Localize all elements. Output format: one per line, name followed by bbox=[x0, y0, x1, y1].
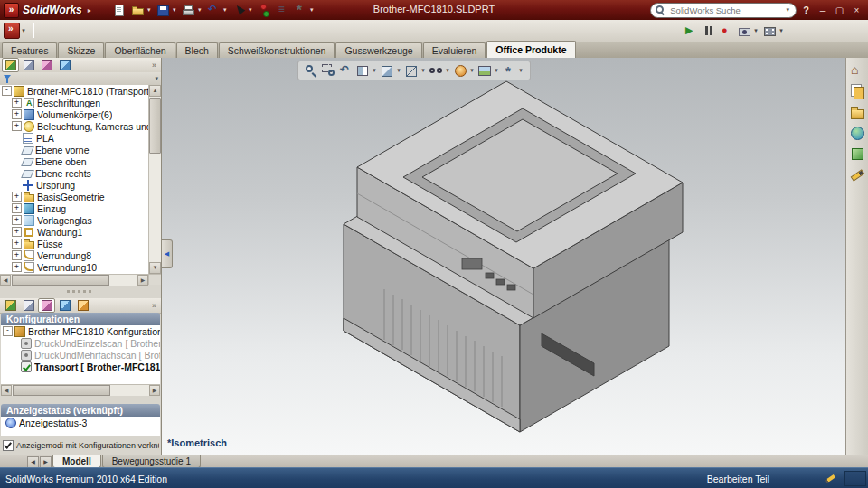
display-style-button[interactable] bbox=[403, 62, 428, 80]
tree-item-ebene-oben[interactable]: Ebene oben bbox=[0, 155, 148, 167]
task-pane-home-icon[interactable] bbox=[849, 62, 865, 79]
view-settings-dropdown-icon[interactable] bbox=[517, 67, 524, 74]
minimize-button[interactable]: – bbox=[816, 4, 829, 17]
solidworks-menu-dropdown-icon[interactable] bbox=[20, 27, 27, 34]
expand-box[interactable]: + bbox=[12, 203, 22, 213]
tree-item-ebene-rechts[interactable]: Ebene rechts bbox=[0, 167, 148, 179]
tab-gusswerkzeuge[interactable]: Gusswerkzeuge bbox=[335, 42, 421, 58]
rebuild-button[interactable] bbox=[256, 2, 273, 19]
previous-view-button[interactable] bbox=[337, 62, 354, 80]
cfg-propertymanager-tab[interactable] bbox=[20, 298, 37, 313]
new-document-button[interactable] bbox=[111, 2, 128, 19]
menu-expand-icon[interactable]: ▸ bbox=[88, 6, 91, 14]
appearances-icon[interactable] bbox=[849, 166, 865, 183]
display-style-dropdown-icon[interactable] bbox=[420, 67, 427, 74]
display-state-item[interactable]: Anzeigestatus-3 bbox=[1, 417, 160, 428]
cfg-featuremanager-tab[interactable] bbox=[2, 298, 19, 313]
zoom-fit-button[interactable] bbox=[303, 62, 320, 80]
options-button[interactable] bbox=[292, 2, 316, 19]
record-video-button[interactable] bbox=[761, 23, 786, 40]
link-display-states-row[interactable]: Anzeigemodi mit Konfigurationen verknü bbox=[0, 436, 161, 455]
view-orientation-button[interactable] bbox=[379, 62, 403, 80]
scrollbar-thumb[interactable] bbox=[13, 385, 110, 396]
screen-capture-dropdown-icon[interactable] bbox=[752, 27, 760, 34]
expand-box[interactable]: + bbox=[12, 262, 22, 272]
design-library-icon[interactable] bbox=[849, 83, 865, 99]
tab-skizze[interactable]: Skizze bbox=[58, 42, 104, 58]
scroll-left-button[interactable] bbox=[1, 385, 12, 396]
tree-filter-bar[interactable] bbox=[0, 72, 161, 86]
apply-scene-dropdown-icon[interactable] bbox=[493, 67, 500, 74]
tree-item-verrundung8[interactable]: +Verrundung8 bbox=[0, 249, 148, 261]
expand-box[interactable]: + bbox=[12, 250, 22, 260]
cfg-configurationmanager-tab[interactable] bbox=[38, 298, 55, 313]
tree-item-pla[interactable]: PLA bbox=[0, 132, 148, 144]
tree-item-füsse[interactable]: +Füsse bbox=[0, 238, 148, 249]
search-box[interactable] bbox=[650, 3, 797, 18]
tree-item-wandung1[interactable]: +Wandung1 bbox=[0, 226, 148, 238]
cfg-displaymanager-tab[interactable] bbox=[74, 298, 91, 313]
featuremanager-tab[interactable] bbox=[2, 58, 19, 72]
tab-blech[interactable]: Blech bbox=[176, 42, 218, 58]
config-item-druckundmehrfachscan-broth[interactable]: DruckUndMehrfachscan [ Broth bbox=[1, 349, 160, 361]
open-document-button[interactable] bbox=[129, 2, 154, 19]
expand-box[interactable]: + bbox=[12, 215, 22, 225]
expand-box[interactable]: + bbox=[12, 227, 22, 237]
help-button[interactable]: ? bbox=[803, 5, 809, 15]
tree-item-beschriftungen[interactable]: +Beschriftungen bbox=[0, 97, 148, 108]
configurationmanager-tab[interactable] bbox=[38, 58, 55, 72]
close-button[interactable]: × bbox=[850, 4, 863, 17]
tree-item-ebene-vorne[interactable]: Ebene vorne bbox=[0, 144, 148, 155]
expand-box[interactable]: + bbox=[12, 121, 22, 131]
file-properties-button[interactable] bbox=[274, 2, 291, 19]
config-item-druckundeinzelscan-brother-m[interactable]: DruckUndEinzelscan [ Brother-M bbox=[1, 337, 160, 349]
save-dropdown-icon[interactable] bbox=[171, 6, 178, 14]
pause-button[interactable] bbox=[700, 23, 717, 40]
undo-button[interactable] bbox=[205, 2, 230, 19]
section-view-button[interactable] bbox=[354, 62, 379, 80]
tree-item-basisgeometrie[interactable]: +BasisGeometrie bbox=[0, 191, 148, 202]
panel-collapse-button[interactable] bbox=[162, 239, 173, 268]
hide-show-items-button[interactable] bbox=[428, 62, 452, 80]
zoom-area-button[interactable] bbox=[320, 62, 337, 80]
tree-item-einzug[interactable]: +Einzug bbox=[0, 202, 148, 214]
tree-item-verrundung10[interactable]: +Verrundung10 bbox=[0, 261, 148, 273]
scroll-down-button[interactable] bbox=[149, 262, 161, 274]
tree-root[interactable]: -Brother-MFC1810 (Transport<Anze bbox=[0, 85, 148, 97]
record-button[interactable] bbox=[718, 23, 735, 40]
play-button[interactable] bbox=[682, 23, 699, 40]
select-dropdown-icon[interactable] bbox=[247, 6, 254, 14]
link-display-states-checkbox[interactable] bbox=[3, 440, 14, 451]
panel-splitter[interactable] bbox=[0, 285, 161, 298]
tab-evaluieren[interactable]: Evaluieren bbox=[423, 42, 486, 58]
view-settings-button[interactable] bbox=[501, 62, 525, 80]
search-dropdown-icon[interactable] bbox=[784, 6, 791, 14]
solidworks-menu-button[interactable] bbox=[3, 23, 28, 40]
cfg-dimxpertmanager-tab[interactable] bbox=[56, 298, 73, 313]
collapse-box[interactable]: - bbox=[3, 326, 13, 336]
tree-item-ursprung[interactable]: Ursprung bbox=[0, 179, 148, 191]
expand-box[interactable]: + bbox=[12, 192, 22, 202]
tab-schweißkonstruktionen[interactable]: Schweißkonstruktionen bbox=[219, 42, 335, 58]
file-explorer-icon[interactable] bbox=[849, 104, 865, 120]
print-dropdown-icon[interactable] bbox=[196, 6, 203, 14]
expand-box[interactable]: + bbox=[12, 239, 22, 249]
options-dropdown-icon[interactable] bbox=[308, 6, 316, 14]
section-view-dropdown-icon[interactable] bbox=[371, 67, 378, 74]
maximize-button[interactable]: ▢ bbox=[833, 4, 846, 17]
search-input[interactable] bbox=[668, 5, 781, 16]
tab-oberflächen[interactable]: Oberflächen bbox=[105, 42, 175, 58]
config-root[interactable]: -Brother-MFC1810 Konfiguration(en bbox=[1, 325, 160, 337]
graphics-viewport[interactable]: *Isometrisch bbox=[162, 58, 846, 455]
view-orientation-dropdown-icon[interactable] bbox=[395, 67, 402, 74]
edit-appearance-button[interactable] bbox=[452, 62, 476, 80]
select-button[interactable] bbox=[231, 2, 255, 19]
scroll-up-button[interactable] bbox=[149, 85, 161, 97]
scroll-right-button[interactable] bbox=[149, 385, 160, 396]
tree-item-beleuchtung-kameras-und-büh[interactable]: +Beleuchtung, Kameras und Büh bbox=[0, 120, 148, 132]
screen-capture-button[interactable] bbox=[736, 23, 760, 40]
print-button[interactable] bbox=[180, 2, 204, 19]
panel-pin-icon[interactable] bbox=[152, 301, 159, 310]
search-online-icon[interactable] bbox=[849, 125, 865, 141]
config-horizontal-scrollbar[interactable] bbox=[1, 384, 160, 396]
